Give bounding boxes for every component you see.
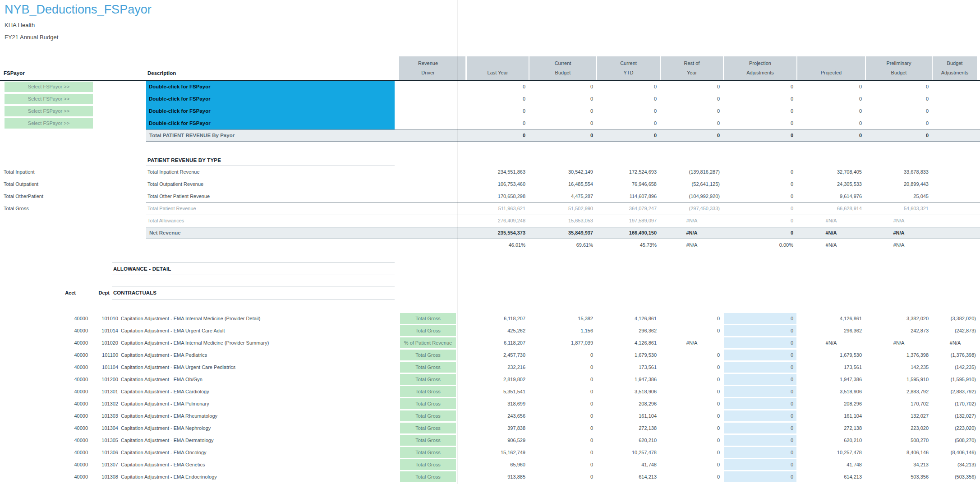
revenue-driver-cell[interactable]: Total Gross xyxy=(400,374,456,385)
projection-adjustment-input[interactable]: 0 xyxy=(724,435,796,446)
fspayor-doubleclick-cell[interactable]: Double-click for FSPayor xyxy=(146,93,395,105)
cell-value: 3,382,020 xyxy=(866,313,932,325)
revenue-driver-cell[interactable]: Total Gross xyxy=(400,350,456,360)
revenue-driver-cell[interactable]: Total Gross xyxy=(400,410,456,421)
acct-value: 40000 xyxy=(54,337,88,349)
projection-adjustment-input[interactable]: 0 xyxy=(724,423,796,433)
section-heading: PATIENT REVENUE BY TYPE xyxy=(147,154,221,166)
select-fspayor-label: Select FSPayor >> xyxy=(28,84,69,89)
detail-row: 40000 101304 Capitation Adjustment - EMA… xyxy=(0,422,980,434)
projection-adjustment-value: 0 xyxy=(724,435,796,446)
projection-adjustment-value: 0 xyxy=(724,447,796,458)
fspayor-doubleclick-cell[interactable]: Double-click for FSPayor xyxy=(146,81,395,93)
cell-value: #N/A xyxy=(797,337,865,349)
cell-value: 0 xyxy=(724,166,796,178)
section-heading-row: ALLOWANCE - DETAIL xyxy=(0,262,980,275)
cell-value: 620,210 xyxy=(797,434,865,447)
cell-value: 0 xyxy=(529,105,596,117)
detail-row: 40000 101303 Capitation Adjustment - EMA… xyxy=(0,410,980,422)
cell-value: 234,551,863 xyxy=(467,166,529,178)
cell-value: 2,457,730 xyxy=(467,349,529,361)
cell-value: 8,406,146 xyxy=(866,447,932,459)
fspayor-doubleclick-label: Double-click for FSPayor xyxy=(149,120,211,126)
revenue-driver-cell[interactable]: Total Gross xyxy=(400,423,456,433)
fspayor-label: Total Inpatient xyxy=(4,166,35,178)
detail-row: 40000 101308 Capitation Adjustment - EMA… xyxy=(0,471,980,483)
cell-value: 0 xyxy=(724,93,796,105)
revenue-driver-cell[interactable]: Total Gross xyxy=(400,435,456,446)
cell-value: 0 xyxy=(661,422,723,434)
acct-value: 40000 xyxy=(54,398,88,410)
projection-adjustment-input[interactable]: 0 xyxy=(724,325,796,336)
cell-value: 0 xyxy=(529,129,596,142)
column-header-line2: Adjustments xyxy=(933,68,977,78)
revenue-driver-cell[interactable]: Total Gross xyxy=(400,471,456,482)
fspayor-doubleclick-cell[interactable]: Double-click for FSPayor xyxy=(146,105,395,117)
cell-value: 6,118,207 xyxy=(467,313,529,325)
revenue-driver-cell[interactable]: Total Gross xyxy=(400,325,456,336)
select-fspayor-button[interactable]: Select FSPayor >> xyxy=(5,82,93,92)
cell-value: 614,213 xyxy=(797,471,865,483)
select-fspayor-label: Select FSPayor >> xyxy=(28,108,69,114)
projection-adjustment-input[interactable]: 0 xyxy=(724,386,796,397)
cell-value: 0 xyxy=(529,398,596,410)
cell-value: 1,947,386 xyxy=(597,373,660,386)
column-header: Revenue Driver xyxy=(399,56,457,80)
detail-row: 40000 101010 Capitation Adjustment - EMA… xyxy=(0,313,980,325)
cell-value: 0 xyxy=(467,117,529,129)
projection-adjustment-input[interactable]: 0 xyxy=(724,362,796,373)
projection-adjustment-input[interactable]: 0 xyxy=(724,350,796,360)
cell-value: 0 xyxy=(661,81,723,93)
cell-value: 913,885 xyxy=(467,471,529,483)
cell-value: 1,156 xyxy=(529,325,596,337)
cell-value: 0 xyxy=(661,117,723,129)
revenue-driver-cell[interactable]: Total Gross xyxy=(400,398,456,409)
select-fspayor-button[interactable]: Select FSPayor >> xyxy=(5,94,93,104)
report-sheet: NYB_Deductions_FSPayor KHA Health FY21 A… xyxy=(0,0,980,484)
acct-value: 40000 xyxy=(54,349,88,361)
payor-total-label: Total PATIENT REVENUE By Payor xyxy=(149,129,235,142)
cell-value: 0 xyxy=(467,129,529,142)
projection-adjustment-input[interactable]: 0 xyxy=(724,374,796,385)
cell-value: 0 xyxy=(467,105,529,117)
projection-adjustment-input[interactable]: 0 xyxy=(724,398,796,409)
select-fspayor-button[interactable]: Select FSPayor >> xyxy=(5,118,93,129)
dept-value: 101307 xyxy=(90,459,118,471)
cell-value: (503,356) xyxy=(933,471,978,483)
cell-value: 0 xyxy=(529,117,596,129)
cell-value: #N/A xyxy=(661,239,723,251)
projection-adjustment-input[interactable]: 0 xyxy=(724,447,796,458)
percent-row: 46.01%69.61%45.73%#N/A0.00%#N/A#N/A xyxy=(0,239,980,251)
cell-value: 503,356 xyxy=(866,471,932,483)
projection-adjustment-input[interactable]: 0 xyxy=(724,337,796,348)
cell-value: 1,947,386 xyxy=(797,373,865,386)
revenue-driver-cell[interactable]: Total Gross xyxy=(400,313,456,324)
projection-adjustment-input[interactable]: 0 xyxy=(724,459,796,470)
revenue-subtotal-row: Total Allowances 276,409,24815,653,05319… xyxy=(0,215,980,227)
cell-value: 170,702 xyxy=(866,398,932,410)
revenue-driver-cell[interactable]: Total Gross xyxy=(400,447,456,458)
cell-value: 41,748 xyxy=(797,459,865,471)
select-fspayor-label: Select FSPayor >> xyxy=(28,120,69,126)
projection-adjustment-input[interactable]: 0 xyxy=(724,471,796,482)
fspayor-doubleclick-cell[interactable]: Double-click for FSPayor xyxy=(146,117,395,129)
projection-adjustment-input[interactable]: 0 xyxy=(724,410,796,421)
cell-value: 0 xyxy=(529,361,596,373)
select-fspayor-button[interactable]: Select FSPayor >> xyxy=(5,106,93,116)
cell-value: #N/A xyxy=(661,215,723,227)
acct-value: 40000 xyxy=(54,447,88,459)
dept-value: 101305 xyxy=(90,434,118,447)
projection-adjustment-input[interactable]: 0 xyxy=(724,313,796,324)
revenue-driver-cell[interactable]: Total Gross xyxy=(400,459,456,470)
column-header: Last Year xyxy=(467,56,529,80)
cell-value: 69.61% xyxy=(529,239,596,251)
cell-value: 0 xyxy=(661,398,723,410)
revenue-driver-cell[interactable]: % of Patient Revenue xyxy=(400,337,456,348)
cell-value: #N/A xyxy=(797,215,865,227)
revenue-driver-cell[interactable]: Total Gross xyxy=(400,386,456,397)
column-header-line2: YTD xyxy=(597,68,660,78)
revenue-driver-label: Total Gross xyxy=(415,377,441,382)
revenue-driver-label: Total Gross xyxy=(415,462,441,467)
revenue-driver-cell[interactable]: Total Gross xyxy=(400,362,456,373)
detail-group-header: Acct Dept CONTRACTUALS xyxy=(0,286,980,300)
